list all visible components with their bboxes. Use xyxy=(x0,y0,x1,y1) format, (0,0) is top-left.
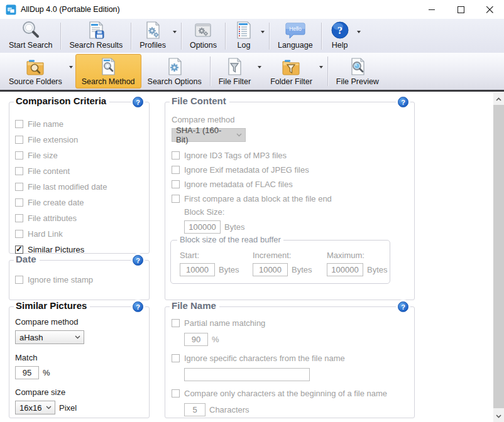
compare-method-select[interactable]: aHash xyxy=(15,330,84,344)
settings-panel: Comparison Criteria ? File name File ext… xyxy=(0,92,504,422)
block-size-input[interactable] xyxy=(184,220,221,234)
checkbox-box[interactable] xyxy=(15,230,23,238)
toolbar-separator xyxy=(321,23,322,50)
language-button[interactable]: Hello Language xyxy=(271,20,319,52)
main-toolbar: Start Search Search Results xyxy=(0,19,504,53)
help-button[interactable]: ? Help xyxy=(324,20,356,52)
search-options-label: Search Options xyxy=(148,77,202,86)
maximum-input[interactable] xyxy=(327,263,363,276)
checkbox-ignore-exif[interactable]: Ignore Exif metadata of JPEG files xyxy=(172,163,414,177)
chevron-down-icon xyxy=(69,66,73,68)
checkbox-box[interactable] xyxy=(172,319,180,327)
checkbox-file-size[interactable]: File size xyxy=(15,148,149,163)
hello-bubble-icon: Hello xyxy=(285,20,306,40)
checkbox-hard-link[interactable]: Hard Link xyxy=(15,226,149,242)
document-gear-icon xyxy=(143,20,163,40)
ignore-characters-input[interactable] xyxy=(184,368,310,381)
file-filter-button[interactable]: File Filter xyxy=(212,54,257,89)
search-method-label: Search Method xyxy=(82,77,135,86)
checkbox-box[interactable] xyxy=(172,389,180,398)
document-magnifier-icon xyxy=(98,57,118,77)
checkbox-box[interactable] xyxy=(15,183,23,191)
checkbox-box[interactable] xyxy=(15,167,23,175)
chevron-up-icon xyxy=(496,97,501,101)
checkbox-partial-name-matching[interactable]: Partial name matching xyxy=(172,316,414,330)
file-filter-dropdown[interactable] xyxy=(257,54,264,89)
block-size-unit: Bytes xyxy=(224,222,245,232)
folder-filter-dropdown[interactable] xyxy=(319,54,326,89)
search-results-button[interactable]: Search Results xyxy=(63,20,129,52)
increment-unit: Bytes xyxy=(292,265,312,274)
checkbox-file-create-date[interactable]: File create date xyxy=(15,195,149,210)
chevron-down-icon xyxy=(236,133,242,137)
scrollbar-thumb[interactable] xyxy=(493,105,504,408)
checkbox-box[interactable] xyxy=(15,246,23,254)
chevron-down-icon xyxy=(319,66,323,68)
checkbox-box[interactable] xyxy=(172,354,180,362)
chevron-down-icon xyxy=(173,31,177,33)
search-results-label: Search Results xyxy=(69,40,123,50)
folder-filter-label: Folder Filter xyxy=(270,77,312,86)
help-icon[interactable]: ? xyxy=(133,97,143,107)
folder-funnel-icon xyxy=(280,57,302,77)
log-button[interactable]: Log xyxy=(227,20,260,52)
close-button[interactable] xyxy=(475,0,504,19)
subgroup-title: Block size of the read buffer xyxy=(177,235,283,244)
search-method-button[interactable]: Search Method xyxy=(75,54,141,89)
help-icon[interactable]: ? xyxy=(133,301,143,312)
checkbox-box[interactable] xyxy=(15,276,23,284)
scroll-up-button[interactable] xyxy=(493,93,504,105)
folder-magnifier-icon xyxy=(25,57,46,77)
checkbox-box[interactable] xyxy=(15,151,23,160)
checkbox-file-name[interactable]: File name xyxy=(15,116,149,132)
checkbox-ignore-flac[interactable]: Ignore metadata of FLAC files xyxy=(172,177,414,192)
minimize-button[interactable] xyxy=(417,0,446,19)
checkbox-box[interactable] xyxy=(172,180,180,188)
source-folders-dropdown[interactable] xyxy=(68,54,75,89)
checkbox-first-compare-block[interactable]: First compare a data block at the file e… xyxy=(172,192,414,206)
checkbox-box[interactable] xyxy=(15,198,23,207)
checkbox-box[interactable] xyxy=(15,120,23,128)
profiles-dropdown[interactable] xyxy=(172,20,179,52)
vertical-scrollbar[interactable] xyxy=(493,93,504,422)
beginning-characters-input[interactable] xyxy=(184,403,205,416)
search-options-button[interactable]: Search Options xyxy=(141,54,208,89)
checkbox-ignore-id3[interactable]: Ignore ID3 Tags of MP3 files xyxy=(172,148,414,163)
scroll-down-button[interactable] xyxy=(493,410,504,422)
source-folders-button[interactable]: Source Folders xyxy=(3,54,68,89)
checkbox-file-extension[interactable]: File extension xyxy=(15,132,149,148)
start-input[interactable] xyxy=(180,263,215,276)
folder-filter-button[interactable]: Folder Filter xyxy=(264,54,319,89)
partial-matching-input[interactable] xyxy=(184,333,208,346)
match-input[interactable] xyxy=(15,366,39,379)
chevron-down-icon xyxy=(357,31,361,33)
file-preview-button[interactable]: File Preview xyxy=(330,54,385,89)
checkbox-box[interactable] xyxy=(15,214,23,222)
checkbox-box[interactable] xyxy=(15,136,23,144)
help-icon[interactable]: ? xyxy=(133,255,143,266)
maximize-button[interactable] xyxy=(446,0,475,19)
checkbox-ignore-specific-characters[interactable]: Ignore specific characters from the file… xyxy=(172,351,414,365)
options-button[interactable]: Options xyxy=(184,20,223,52)
checkbox-box[interactable] xyxy=(172,166,180,174)
increment-input[interactable] xyxy=(253,263,288,276)
language-label: Language xyxy=(278,40,313,50)
help-icon[interactable]: ? xyxy=(398,97,408,107)
log-dropdown[interactable] xyxy=(260,20,267,52)
group-similar-pictures: Similar Pictures ? Compare method aHash … xyxy=(9,306,150,418)
group-title: Date xyxy=(14,254,40,264)
profiles-button[interactable]: Profiles xyxy=(133,20,172,52)
checkbox-file-last-modified-date[interactable]: File last modified date xyxy=(15,179,149,195)
checkbox-file-attributes[interactable]: File attributes xyxy=(15,210,149,226)
start-search-button[interactable]: Start Search xyxy=(3,20,58,52)
panel-gears-icon xyxy=(193,20,213,40)
checkbox-box[interactable] xyxy=(172,151,180,160)
help-dropdown[interactable] xyxy=(356,20,363,52)
checkbox-ignore-time-stamp[interactable]: Ignore time stamp xyxy=(15,272,149,288)
help-icon[interactable]: ? xyxy=(398,301,408,312)
checkbox-box[interactable] xyxy=(172,195,180,203)
checkbox-compare-beginning-characters[interactable]: Compare only characters at the beginning… xyxy=(172,386,414,400)
app-icon xyxy=(6,4,16,15)
checkbox-file-content[interactable]: File content xyxy=(15,163,149,179)
compare-size-select[interactable]: 16x16 xyxy=(15,401,55,414)
